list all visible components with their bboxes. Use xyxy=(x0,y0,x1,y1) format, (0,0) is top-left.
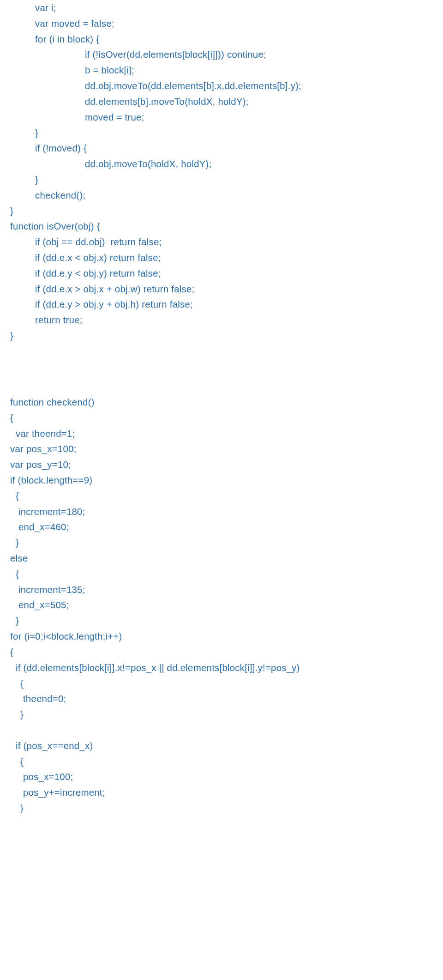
code-line: } xyxy=(10,535,433,550)
code-line: } xyxy=(10,172,433,188)
code-line: var pos_y=10; xyxy=(10,457,433,472)
code-line: var i; xyxy=(10,0,433,16)
code-line: end_x=460; xyxy=(10,519,433,535)
code-line: else xyxy=(10,550,433,566)
code-line: pos_x=100; xyxy=(10,769,433,785)
code-block-1: var i; var moved = false; for (i in bloc… xyxy=(10,0,433,344)
code-line: if (dd.e.x > obj.x + obj.w) return false… xyxy=(10,281,433,297)
code-line: dd.obj.moveTo(dd.elements[b].x,dd.elemen… xyxy=(10,78,433,94)
code-line: function isOver(obj) { xyxy=(10,218,433,234)
code-line: if (block.length==9) xyxy=(10,472,433,488)
code-line: } xyxy=(10,125,433,141)
code-line: var theend=1; xyxy=(10,426,433,442)
code-line: b = block[i]; xyxy=(10,62,433,78)
code-line: if (pos_x==end_x) xyxy=(10,738,433,754)
code-line: } xyxy=(10,203,433,219)
code-block-2: function checkend() { var theend=1; var … xyxy=(10,394,433,816)
code-line xyxy=(10,722,433,738)
code-line: { xyxy=(10,566,433,582)
code-line: increment=135; xyxy=(10,582,433,598)
code-line: { xyxy=(10,676,433,691)
code-line: pos_y+=increment; xyxy=(10,785,433,800)
code-line: increment=180; xyxy=(10,504,433,520)
code-line: { xyxy=(10,488,433,504)
code-line: end_x=505; xyxy=(10,597,433,613)
code-line: { xyxy=(10,410,433,426)
code-line: moved = true; xyxy=(10,109,433,125)
code-line: var moved = false; xyxy=(10,16,433,31)
code-line: dd.elements[b].moveTo(holdX, holdY); xyxy=(10,94,433,109)
code-line: checkend(); xyxy=(10,188,433,203)
code-line: theend=0; xyxy=(10,691,433,707)
code-line: if (obj == dd.obj) return false; xyxy=(10,234,433,250)
code-line: if (dd.e.y < obj.y) return false; xyxy=(10,266,433,281)
code-line: } xyxy=(10,800,433,816)
code-line: dd.obj.moveTo(holdX, holdY); xyxy=(10,156,433,172)
code-line: if (dd.elements[block[i]].x!=pos_x || dd… xyxy=(10,660,433,676)
code-line: } xyxy=(10,707,433,722)
code-line: var pos_x=100; xyxy=(10,441,433,457)
code-line: { xyxy=(10,754,433,769)
blank-gap xyxy=(10,344,433,394)
code-line: for (i=0;i<block.length;i++) xyxy=(10,629,433,644)
code-line: if (dd.e.x < obj.x) return false; xyxy=(10,250,433,266)
code-line: if (!moved) { xyxy=(10,140,433,156)
code-line: } xyxy=(10,613,433,629)
code-line: if (dd.e.y > obj.y + obj.h) return false… xyxy=(10,296,433,312)
code-line: { xyxy=(10,644,433,660)
code-line: return true; xyxy=(10,312,433,328)
code-line: for (i in block) { xyxy=(10,31,433,47)
code-line: if (!isOver(dd.elements[block[i]])) cont… xyxy=(10,47,433,62)
code-line: function checkend() xyxy=(10,394,433,410)
code-line: } xyxy=(10,328,433,344)
